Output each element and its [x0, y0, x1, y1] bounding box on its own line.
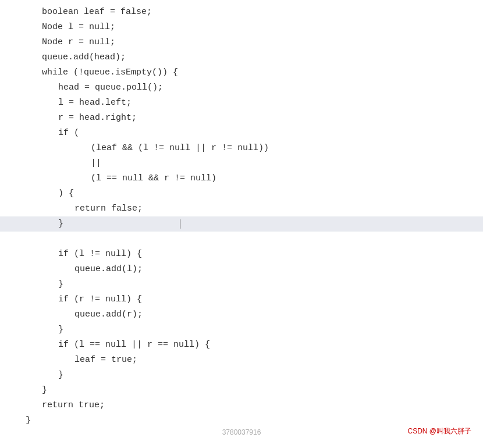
token: (!queue. — [68, 65, 115, 80]
token: null — [89, 35, 110, 50]
code-line: Node r = null; — [0, 35, 483, 50]
token: } — [26, 413, 31, 428]
token: (); — [147, 80, 163, 95]
token: . — [68, 50, 73, 65]
token: add — [106, 262, 122, 277]
code-editor: boolean leaf = false;Node l = null;Node … — [0, 0, 483, 448]
token: true — [111, 353, 132, 368]
code-line: while (!queue.isEmpty()) { — [0, 65, 483, 80]
token: null — [190, 171, 211, 186]
token: ) { — [126, 292, 142, 307]
watermark: 3780037916 — [222, 428, 261, 436]
code-line: queue.add(l); — [0, 262, 483, 277]
code-line: } — [0, 383, 483, 398]
token: } — [58, 322, 63, 337]
token: r — [58, 111, 63, 126]
token: return — [42, 398, 73, 413]
token: ) { — [194, 337, 210, 353]
code-line: if (l != null) { — [0, 247, 483, 262]
token: (l == — [91, 171, 122, 186]
token: while — [42, 65, 68, 80]
code-line: } — [0, 216, 483, 232]
token: null — [89, 20, 110, 35]
token: ; — [132, 111, 137, 126]
code-content: boolean leaf = false;Node l = null;Node … — [0, 5, 483, 428]
token: ; — [137, 201, 143, 216]
code-line: return true; — [0, 398, 483, 413]
token: Node — [42, 35, 63, 50]
code-line: (leaf && (l != null || r != null)) — [0, 141, 483, 156]
token: ; — [132, 353, 137, 368]
token — [106, 201, 111, 216]
token: } — [58, 368, 63, 383]
token: && r != — [143, 171, 190, 186]
code-line: boolean leaf = false; — [0, 5, 483, 20]
token: head — [58, 80, 79, 95]
token: false — [111, 201, 137, 216]
token: (leaf && (l != — [91, 141, 169, 156]
token: = head. — [63, 95, 105, 111]
code-line: if (l == null || r == null) { — [0, 337, 483, 353]
code-line: queue.add(r); — [0, 307, 483, 322]
token: left — [105, 95, 126, 111]
text-cursor — [180, 219, 180, 229]
code-line: queue.add(head); — [0, 50, 483, 65]
token: || r == — [126, 337, 173, 353]
token: ) — [211, 171, 216, 186]
token: (l == — [69, 337, 105, 353]
token: )) — [258, 141, 269, 156]
code-line: } — [0, 368, 483, 383]
token: right — [105, 111, 132, 126]
token — [73, 398, 79, 413]
code-line: if (r != null) { — [0, 292, 483, 307]
token: ; — [110, 20, 115, 35]
code-line: (l == null && r != null) — [0, 171, 483, 186]
token: if — [58, 337, 69, 353]
token: = — [95, 353, 111, 368]
token: (l != — [69, 247, 105, 262]
token: ) { — [58, 186, 74, 201]
token: poll — [126, 80, 147, 95]
code-line: head = queue.poll(); — [0, 80, 483, 95]
token: leaf — [74, 353, 95, 368]
token: null — [173, 337, 194, 353]
token: null — [237, 141, 258, 156]
token: ; — [100, 398, 105, 413]
code-line: return false; — [0, 201, 483, 216]
token: if — [58, 126, 69, 141]
token: ; — [126, 95, 132, 111]
token: l = — [63, 20, 89, 35]
token: isEmpty — [115, 65, 152, 80]
token: add — [73, 50, 89, 65]
token: (head); — [89, 50, 126, 65]
token: false — [120, 5, 147, 20]
token: if — [58, 247, 69, 262]
code-line: leaf = true; — [0, 353, 483, 368]
token: ()) { — [152, 65, 178, 80]
token: . — [101, 262, 106, 277]
token: true — [79, 398, 100, 413]
token: null — [105, 247, 126, 262]
token: queue — [74, 262, 101, 277]
token: null — [122, 171, 143, 186]
token: Node — [42, 20, 63, 35]
code-line: if ( — [0, 126, 483, 141]
token: null — [169, 141, 190, 156]
code-line: } — [0, 277, 483, 292]
token: r = — [63, 35, 89, 50]
token: . — [101, 307, 106, 322]
token: null — [105, 337, 126, 353]
token: || — [91, 156, 101, 171]
csdn-badge: CSDN @叫我六胖子 — [407, 426, 471, 436]
code-line: } — [0, 322, 483, 337]
code-line: l = head.left; — [0, 95, 483, 111]
token: queue — [42, 50, 68, 65]
token: ( — [69, 126, 79, 141]
token: } — [42, 383, 47, 398]
code-line: ) { — [0, 186, 483, 201]
token: boolean — [42, 5, 79, 20]
code-line: || — [0, 156, 483, 171]
code-line: Node l = null; — [0, 20, 483, 35]
token: ) { — [126, 247, 142, 262]
token: ; — [147, 5, 152, 20]
